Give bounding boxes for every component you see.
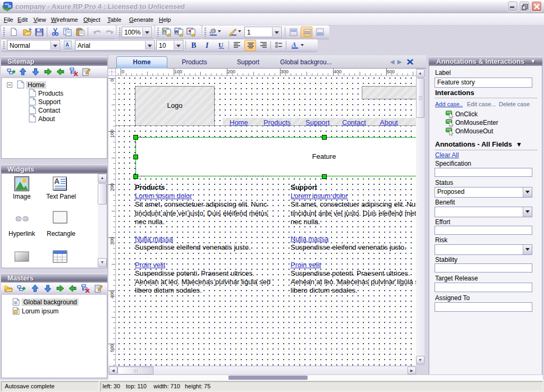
svg-text:A: A xyxy=(291,40,296,48)
svg-text:h: h xyxy=(163,29,166,34)
svg-text:A: A xyxy=(54,177,60,185)
svg-text:U: U xyxy=(218,41,224,49)
svg-text:A: A xyxy=(65,42,69,48)
svg-text:I: I xyxy=(205,41,209,49)
svg-text:B: B xyxy=(191,41,196,49)
